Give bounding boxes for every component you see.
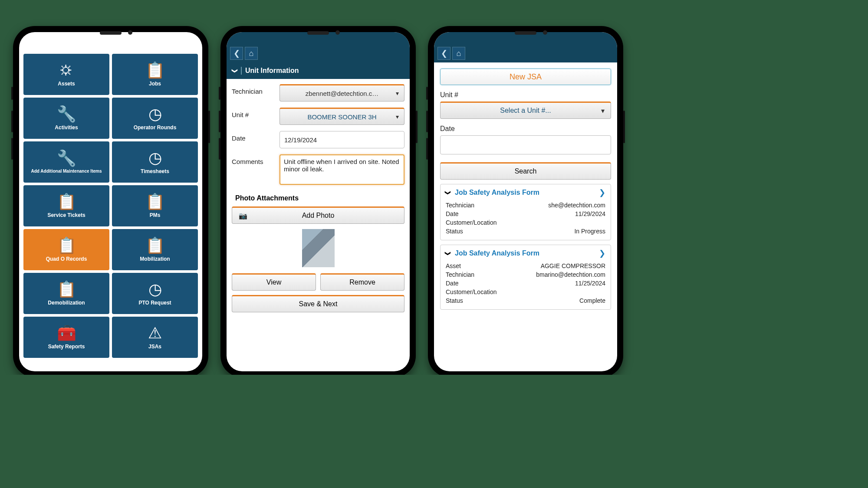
card-row: Customer/Location xyxy=(446,288,605,296)
menu-tile-jsas[interactable]: ⚠JSAs xyxy=(112,317,198,358)
section-title: Unit Information xyxy=(241,67,299,75)
menu-tile-timesheets[interactable]: ◷Timesheets xyxy=(112,141,198,183)
tile-label: Service Tickets xyxy=(47,212,85,218)
menu-tile-pto-request[interactable]: ◷PTO Request xyxy=(112,273,198,314)
tile-icon: 🧰 xyxy=(57,325,76,341)
tile-icon: ⚠ xyxy=(148,325,162,341)
tile-label: Demobilization xyxy=(48,300,85,306)
menu-tile-service-tickets[interactable]: 📋Service Tickets xyxy=(23,185,109,226)
date-label: Date xyxy=(232,131,279,142)
menu-grid: ⛭Assets📋Jobs🔧Activities◷Operator Rounds🔧… xyxy=(19,32,202,362)
remove-button[interactable]: Remove xyxy=(320,273,404,291)
tile-icon: 📋 xyxy=(57,194,76,210)
card-row: Technicianshe@detechtion.com xyxy=(446,201,605,210)
card-row: Technicianbmarino@detechtion.com xyxy=(446,270,605,279)
add-photo-button[interactable]: 📷 Add Photo xyxy=(232,206,404,224)
search-button[interactable]: Search xyxy=(440,162,611,180)
tile-icon: 📋 xyxy=(57,238,76,253)
save-next-button[interactable]: Save & Next xyxy=(232,295,404,312)
menu-tile-pms[interactable]: 📋PMs xyxy=(112,185,198,226)
phone-menu: ⛭Assets📋Jobs🔧Activities◷Operator Rounds🔧… xyxy=(13,26,208,375)
date-input[interactable] xyxy=(279,131,404,148)
new-jsa-button[interactable]: New JSA xyxy=(440,69,611,85)
card-title: Job Safety Analysis Form xyxy=(455,249,595,257)
card-row: Date11/25/2024 xyxy=(446,279,605,288)
menu-tile-add-additional-maintenance-items[interactable]: 🔧Add Additional Maintenance Items xyxy=(23,141,109,183)
card-row: Date11/29/2024 xyxy=(446,210,605,218)
phone-unit-info: ❮ ⌂ ❯ Unit Information Technician zbenne… xyxy=(220,26,416,375)
card-title: Job Safety Analysis Form xyxy=(455,189,595,197)
unit-select[interactable]: Select a Unit #... xyxy=(440,102,611,119)
tile-label: Quad O Records xyxy=(46,256,87,262)
section-header[interactable]: ❯ Unit Information xyxy=(227,62,410,79)
back-button[interactable]: ❮ xyxy=(437,47,450,60)
tile-icon: 📋 xyxy=(57,282,76,297)
topbar: ❮ ⌂ xyxy=(434,32,617,62)
tile-label: JSAs xyxy=(148,344,161,350)
photo-thumbnail[interactable] xyxy=(302,229,335,267)
menu-tile-safety-reports[interactable]: 🧰Safety Reports xyxy=(23,317,109,358)
tile-icon: 📋 xyxy=(145,238,165,253)
card-row: Customer/Location xyxy=(446,218,605,227)
topbar: ❮ ⌂ xyxy=(227,32,410,62)
tile-icon: 📋 xyxy=(145,62,165,78)
tile-label: Add Additional Maintenance Items xyxy=(31,169,102,174)
tile-icon: 📋 xyxy=(145,194,165,210)
technician-select[interactable]: zbennett@detechtion.c… xyxy=(279,84,404,102)
phone-jsa: ❮ ⌂ New JSA Unit # Select a Unit #... Da… xyxy=(428,26,623,375)
chevron-down-icon: ❯ xyxy=(232,69,238,73)
tile-label: PMs xyxy=(150,212,161,218)
view-button[interactable]: View xyxy=(232,273,316,291)
unit-label: Unit # xyxy=(232,108,279,118)
unit-label: Unit # xyxy=(440,91,611,99)
menu-tile-assets[interactable]: ⛭Assets xyxy=(23,54,109,95)
chevron-right-icon: ❯ xyxy=(599,188,605,197)
date-input[interactable] xyxy=(440,135,611,154)
photo-attachments-header: Photo Attachments xyxy=(232,193,404,206)
tile-label: Assets xyxy=(58,81,75,87)
card-row: StatusIn Progress xyxy=(446,227,605,236)
tile-label: Jobs xyxy=(149,81,161,87)
menu-tile-activities[interactable]: 🔧Activities xyxy=(23,98,109,139)
tile-label: PTO Request xyxy=(138,300,171,306)
home-button[interactable]: ⌂ xyxy=(452,47,465,60)
chevron-down-icon: ❯ xyxy=(445,190,451,195)
tile-icon: ◷ xyxy=(148,150,162,166)
tile-label: Activities xyxy=(55,124,78,131)
tile-icon: ⛭ xyxy=(59,62,74,78)
tile-icon: ◷ xyxy=(148,282,162,297)
technician-label: Technician xyxy=(232,84,279,95)
tile-icon: 🔧 xyxy=(57,106,76,122)
menu-tile-demobilization[interactable]: 📋Demobilization xyxy=(23,273,109,314)
home-button[interactable]: ⌂ xyxy=(245,47,258,60)
tile-label: Mobilization xyxy=(140,256,170,262)
camera-icon: 📷 xyxy=(239,212,247,220)
card-row: StatusComplete xyxy=(446,296,605,305)
tile-icon: ◷ xyxy=(148,106,162,122)
comments-textarea[interactable]: Unit offline when I arrived on site. Not… xyxy=(279,154,404,185)
tile-icon: 🔧 xyxy=(57,151,76,166)
card-row: AssetAGGIE COMPRESSOR xyxy=(446,262,605,270)
tile-label: Safety Reports xyxy=(48,344,85,350)
date-label: Date xyxy=(440,125,611,133)
chevron-down-icon: ❯ xyxy=(445,251,451,256)
comments-label: Comments xyxy=(232,154,279,165)
chevron-right-icon: ❯ xyxy=(599,249,605,258)
menu-tile-operator-rounds[interactable]: ◷Operator Rounds xyxy=(112,98,198,139)
menu-tile-quad-o-records[interactable]: 📋Quad O Records xyxy=(23,229,109,270)
back-button[interactable]: ❮ xyxy=(230,47,243,60)
unit-select[interactable]: BOOMER SOONER 3H xyxy=(279,108,404,125)
jsa-card[interactable]: ❯Job Safety Analysis Form❯AssetAGGIE COM… xyxy=(440,245,611,310)
tile-label: Timesheets xyxy=(141,168,169,174)
menu-tile-jobs[interactable]: 📋Jobs xyxy=(112,54,198,95)
jsa-card[interactable]: ❯Job Safety Analysis Form❯Technicianshe@… xyxy=(440,184,611,240)
tile-label: Operator Rounds xyxy=(134,124,177,131)
menu-tile-mobilization[interactable]: 📋Mobilization xyxy=(112,229,198,270)
